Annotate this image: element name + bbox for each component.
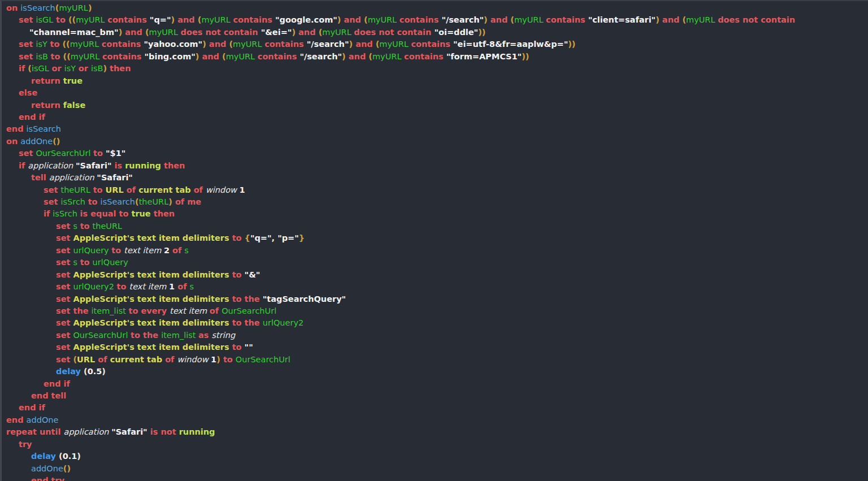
code-token: myURL — [379, 40, 411, 49]
code-token: on — [6, 3, 20, 12]
code-token: return — [31, 101, 63, 110]
code-token: 2 — [164, 246, 172, 255]
code-token: set — [56, 258, 73, 267]
code-token: set — [56, 318, 73, 327]
code-line-28: set OurSearchUrl to the item_list as str… — [2, 330, 868, 341]
code-token: then — [107, 64, 131, 73]
code-token: theURL — [139, 197, 169, 206]
code-line-10: end if — [2, 111, 868, 123]
code-token: string — [212, 331, 236, 340]
code-token: set — [19, 52, 36, 61]
code-token: "/search" — [300, 52, 342, 61]
code-token: ) — [88, 3, 92, 12]
code-token: to — [220, 355, 236, 364]
code-token: ( — [364, 15, 368, 24]
code-token: of — [165, 355, 177, 364]
code-token: to — [50, 40, 63, 49]
code-token: does not contain — [354, 28, 434, 37]
code-token: ( — [84, 367, 88, 376]
code-token: ( — [222, 52, 226, 61]
code-content: on isSearch(myURL)set isGL to ((myURL co… — [2, 1, 868, 481]
code-token: set — [19, 40, 36, 49]
code-token: set — [56, 282, 73, 291]
code-token: and — [488, 15, 511, 24]
code-token: then — [154, 209, 175, 218]
code-token: myURL — [686, 15, 718, 24]
code-token: text item — [129, 282, 170, 291]
code-token: addOne — [27, 415, 59, 424]
code-token: ) — [102, 367, 106, 376]
code-token: OurSearchUrl — [73, 331, 131, 340]
code-token: delay — [31, 452, 59, 461]
code-token: contains — [400, 15, 442, 24]
code-line-9: return false — [2, 99, 868, 111]
code-token: and — [353, 40, 376, 49]
code-token: ) — [656, 15, 659, 24]
code-editor[interactable]: on isSearch(myURL)set isGL to ((myURL co… — [0, 0, 868, 481]
code-token: "q=" — [250, 233, 272, 242]
code-token: isGL — [36, 15, 56, 24]
code-token: isY — [64, 64, 79, 73]
code-token: set — [44, 185, 60, 194]
code-token: or — [79, 64, 91, 73]
code-token: ) — [168, 197, 172, 206]
code-token: text item — [170, 306, 210, 315]
code-token: application — [49, 173, 97, 182]
code-line-40: end try — [2, 475, 868, 481]
code-token: and — [296, 28, 319, 37]
code-token: theURL — [93, 222, 123, 231]
code-token: does not contain — [718, 15, 795, 24]
code-token: myURL — [233, 40, 264, 49]
code-token: set — [56, 355, 73, 364]
code-token: } — [299, 233, 305, 242]
code-token: ) — [77, 452, 81, 461]
code-token: as — [198, 331, 211, 340]
code-token: is equal to — [80, 209, 132, 218]
code-token: isB — [91, 64, 103, 73]
code-token: set — [19, 149, 36, 158]
code-token: end tell — [31, 391, 66, 400]
code-token: AppleScript's text item delimiters — [73, 233, 232, 242]
code-token: is — [115, 161, 125, 170]
code-token: ) — [202, 40, 206, 49]
code-token: myURL — [226, 52, 258, 61]
code-line-3: "channel=mac_bm") and (myURL does not co… — [2, 27, 868, 38]
code-token: current tab — [110, 355, 166, 364]
code-token: ( — [135, 197, 139, 206]
code-token: URL — [77, 355, 98, 364]
code-token: item_list — [92, 306, 129, 315]
code-line-20: set AppleScript's text item delimiters t… — [2, 232, 868, 244]
code-line-6: if (isGL or isY or isB) then — [2, 63, 868, 75]
code-token: to the — [131, 331, 161, 340]
code-token: repeat until — [6, 427, 64, 436]
code-token: end if — [44, 379, 70, 388]
code-line-7: return true — [2, 75, 868, 87]
code-token: contains — [233, 15, 275, 24]
code-token: end if — [19, 403, 45, 412]
code-token: "oi=ddle" — [434, 28, 478, 37]
code-token: "bing.com" — [144, 52, 195, 61]
code-line-4: set isY to ((myURL contains "yahoo.com")… — [2, 38, 868, 50]
code-token: true — [63, 76, 83, 85]
code-token: end — [6, 415, 27, 424]
code-token: , — [272, 233, 278, 242]
code-line-11: end isSearch — [2, 123, 868, 135]
code-line-39: addOne() — [2, 463, 868, 475]
code-token: to — [93, 149, 106, 158]
code-token: urlQuery2 — [73, 282, 116, 291]
code-token: end — [6, 124, 27, 133]
code-token: "&" — [245, 270, 261, 279]
code-line-2: set isGL to ((myURL contains "q=") and (… — [2, 14, 868, 26]
code-line-33: end tell — [2, 390, 868, 402]
code-token: )) — [522, 52, 529, 61]
code-token: "Safari" — [76, 161, 115, 170]
code-token: set — [56, 331, 73, 340]
code-token: end if — [19, 112, 45, 122]
code-token: { — [245, 233, 250, 242]
code-line-26: set the item_list to every text item of … — [2, 305, 868, 317]
code-token: then — [164, 161, 185, 170]
code-line-38: delay (0.1) — [2, 450, 868, 462]
code-token: application — [28, 161, 76, 170]
code-line-14: if application "Safari" is running then — [2, 160, 868, 172]
code-line-25: set AppleScript's text item delimiters t… — [2, 293, 868, 305]
